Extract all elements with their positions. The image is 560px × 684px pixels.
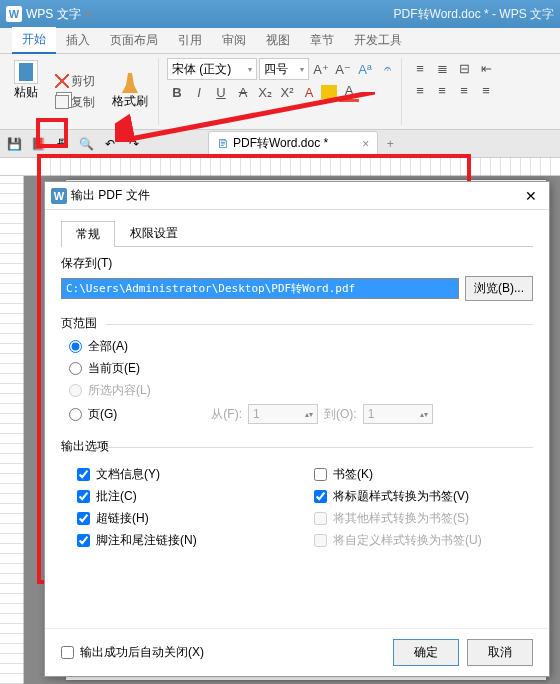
superscript-button[interactable]: X² (277, 82, 297, 102)
check-auto-close[interactable]: 输出成功后自动关闭(X) (61, 644, 204, 661)
brush-icon (120, 73, 140, 93)
decrease-font-button[interactable]: A⁻ (333, 59, 353, 79)
copy-label: 复制 (71, 94, 95, 111)
menubar: 开始 插入 页面布局 引用 审阅 视图 章节 开发工具 (0, 28, 560, 54)
dialog-close-button[interactable]: ✕ (519, 186, 543, 206)
check-other-input (314, 512, 327, 525)
menu-insert[interactable]: 插入 (56, 28, 100, 53)
check-bookmarks-input[interactable] (314, 468, 327, 481)
menu-layout[interactable]: 页面布局 (100, 28, 168, 53)
save-button[interactable]: 💾 (4, 135, 24, 153)
export-pdf-button[interactable]: 📕 (28, 135, 48, 153)
font-color-button[interactable]: A (299, 82, 319, 102)
bold-button[interactable]: B (167, 82, 187, 102)
clear-format-button[interactable]: 𝄐 (377, 59, 397, 79)
align-justify-button[interactable]: ≡ (476, 80, 496, 100)
check-auto-close-label: 输出成功后自动关闭(X) (80, 644, 204, 661)
indent-left-button[interactable]: ⇤ (476, 58, 496, 78)
new-tab-button[interactable]: + (380, 135, 400, 153)
check-comments[interactable]: 批注(C) (69, 488, 296, 505)
radio-current-input[interactable] (69, 362, 82, 375)
radio-pages-row: 页(G) 从(F): 1▴▾ 到(O): 1▴▾ (61, 404, 533, 424)
check-bookmarks[interactable]: 书签(K) (306, 466, 533, 483)
menu-dev[interactable]: 开发工具 (344, 28, 412, 53)
menu-reference[interactable]: 引用 (168, 28, 212, 53)
check-auto-close-input[interactable] (61, 646, 74, 659)
check-docinfo[interactable]: 文档信息(Y) (69, 466, 296, 483)
size-value: 四号 (264, 61, 288, 78)
check-comments-label: 批注(C) (96, 488, 137, 505)
copy-button[interactable]: 复制 (52, 93, 98, 112)
app-dropdown[interactable]: ▾ (85, 7, 91, 21)
font-select[interactable]: 宋体 (正文)▾ (167, 58, 257, 80)
doc-icon: 🖹 (217, 137, 229, 151)
radio-current[interactable]: 当前页(E) (61, 360, 533, 377)
dialog-footer: 输出成功后自动关闭(X) 确定 取消 (45, 628, 549, 676)
path-input[interactable] (61, 278, 459, 299)
font-color2-button[interactable]: A (339, 82, 359, 102)
format-painter-button[interactable]: 格式刷 (106, 71, 154, 112)
numbering-button[interactable]: ≣ (432, 58, 452, 78)
size-select[interactable]: 四号▾ (259, 58, 309, 80)
cut-button[interactable]: 剪切 (52, 72, 98, 91)
change-case-button[interactable]: Aª (355, 59, 375, 79)
highlight-button[interactable] (321, 85, 337, 99)
menu-view[interactable]: 视图 (256, 28, 300, 53)
check-footnotes[interactable]: 脚注和尾注链接(N) (69, 532, 296, 549)
radio-selection-label: 所选内容(L) (88, 382, 151, 399)
check-headings-input[interactable] (314, 490, 327, 503)
tab-close-button[interactable]: × (362, 137, 369, 151)
print-button[interactable]: 🖶 (52, 135, 72, 153)
check-other-styles: 将其他样式转换为书签(S) (306, 510, 533, 527)
dialog-tabs: 常规 权限设置 (61, 220, 533, 247)
dialog-titlebar: W 输出 PDF 文件 ✕ (45, 182, 549, 210)
align-right-button[interactable]: ≡ (454, 80, 474, 100)
check-links-input[interactable] (77, 512, 90, 525)
check-headings-label: 将标题样式转换为书签(V) (333, 488, 469, 505)
menu-start[interactable]: 开始 (12, 27, 56, 54)
browse-button[interactable]: 浏览(B)... (465, 276, 533, 301)
subscript-button[interactable]: X₂ (255, 82, 275, 102)
check-footnotes-label: 脚注和尾注链接(N) (96, 532, 197, 549)
check-docinfo-input[interactable] (77, 468, 90, 481)
check-footnotes-input[interactable] (77, 534, 90, 547)
to-label: 到(O): (324, 406, 357, 423)
check-custom-label: 将自定义样式转换为书签(U) (333, 532, 482, 549)
check-docinfo-label: 文档信息(Y) (96, 466, 160, 483)
ruler-vertical (0, 176, 24, 684)
undo-button[interactable]: ↶ (100, 135, 120, 153)
check-comments-input[interactable] (77, 490, 90, 503)
underline-button[interactable]: U (211, 82, 231, 102)
tab-permissions[interactable]: 权限设置 (115, 220, 193, 246)
paste-icon (14, 60, 38, 84)
save-to-label: 保存到(T) (61, 255, 533, 272)
redo-button[interactable]: ↷ (124, 135, 144, 153)
multilevel-button[interactable]: ⊟ (454, 58, 474, 78)
check-headings[interactable]: 将标题样式转换为书签(V) (306, 488, 533, 505)
radio-all[interactable]: 全部(A) (61, 338, 533, 355)
paste-label: 粘贴 (14, 84, 38, 101)
radio-pages-input[interactable] (69, 408, 82, 421)
radio-pages-label: 页(G) (88, 406, 117, 423)
strike-button[interactable]: A (233, 82, 253, 102)
align-center-button[interactable]: ≡ (432, 80, 452, 100)
from-label: 从(F): (211, 406, 242, 423)
copy-icon (55, 95, 69, 109)
ok-button[interactable]: 确定 (393, 639, 459, 666)
tab-general[interactable]: 常规 (61, 221, 115, 247)
check-other-label: 将其他样式转换为书签(S) (333, 510, 469, 527)
bullets-button[interactable]: ≡ (410, 58, 430, 78)
align-left-button[interactable]: ≡ (410, 80, 430, 100)
document-tab[interactable]: 🖹 PDF转Word.doc * × (208, 131, 378, 156)
cancel-button[interactable]: 取消 (467, 639, 533, 666)
radio-all-input[interactable] (69, 340, 82, 353)
check-links[interactable]: 超链接(H) (69, 510, 296, 527)
italic-button[interactable]: I (189, 82, 209, 102)
print-preview-button[interactable]: 🔍 (76, 135, 96, 153)
menu-chapter[interactable]: 章节 (300, 28, 344, 53)
check-bookmarks-label: 书签(K) (333, 466, 373, 483)
increase-font-button[interactable]: A⁺ (311, 59, 331, 79)
menu-review[interactable]: 审阅 (212, 28, 256, 53)
titlebar: W WPS 文字 ▾ PDF转Word.doc * - WPS 文字 (0, 0, 560, 28)
paste-button[interactable]: 粘贴 (8, 58, 44, 103)
